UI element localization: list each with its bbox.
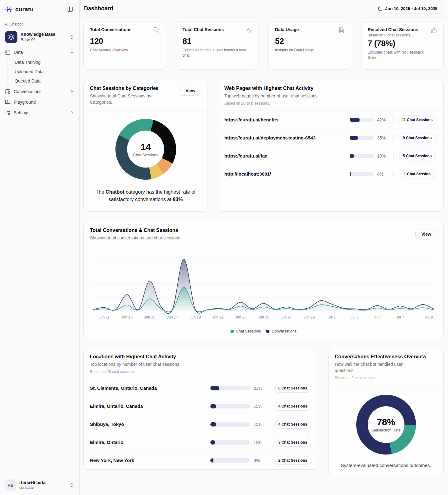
webpage-row-label: https://curatu.ai/faq xyxy=(224,153,268,158)
sidebar-item-conversations[interactable]: Conversations xyxy=(2,86,77,97)
app-logo: curatu xyxy=(5,6,34,13)
sidebar-item-label: Settings xyxy=(14,110,67,115)
knowledge-base-icon xyxy=(5,31,17,43)
svg-text:Jul 1: Jul 1 xyxy=(328,315,336,319)
chevron-down-icon xyxy=(70,50,74,55)
location-row: St. Clements, Ontario, Canada23%6 Chat S… xyxy=(84,379,318,397)
user-menu[interactable]: RB rbirla+5 birla curatu.ai xyxy=(2,478,77,493)
stat-title: Total Conversations xyxy=(90,27,132,32)
location-row-label: St. Clements, Ontario, Canada xyxy=(90,385,157,391)
svg-text:Jun 23: Jun 23 xyxy=(235,315,246,319)
percent-label: 15% xyxy=(254,404,266,409)
message-square-lock-icon xyxy=(5,89,11,94)
svg-text:Jul 3: Jul 3 xyxy=(351,315,359,319)
sidebar: curatu AI Chatbot Knowledge Base Base 01 xyxy=(0,0,80,495)
svg-text:Jun 29: Jun 29 xyxy=(303,315,315,319)
donut-center-label: Satisfaction Rate xyxy=(371,428,401,432)
locations-card: Locations with Highest Chat Activity Top… xyxy=(83,348,318,470)
stat-value: 81 xyxy=(183,36,252,46)
calendar-icon xyxy=(378,6,383,11)
stat-description: Chat Volume Overview. xyxy=(90,48,155,53)
location-row: Shibuya, Tokyo15%4 Chat Sessions xyxy=(84,415,318,433)
webpage-row-label: http://localhost:3001/ xyxy=(224,171,271,177)
sidebar-item-playground[interactable]: Playground xyxy=(2,97,77,107)
percent-label: 8% xyxy=(254,458,266,463)
card-title: Locations with Highest Chat Activity xyxy=(90,354,312,360)
trend-view-button[interactable]: View xyxy=(415,229,437,239)
svg-text:Jul 10: Jul 10 xyxy=(424,315,434,319)
stat-title: Data Usage xyxy=(275,27,299,32)
percent-label: 23% xyxy=(254,386,266,391)
chevrons-up-down-icon xyxy=(69,483,74,488)
card-subtitle: Showing total Chat Sessions by Categorie… xyxy=(90,93,168,106)
percent-label: 35% xyxy=(377,135,390,140)
progress-bar xyxy=(210,458,250,463)
sidebar-item-label: Playground xyxy=(14,100,74,105)
trend-area-chart: Jun 11Jun 13Jun 15Jun 17Jun 19Jun 21Jun … xyxy=(89,251,438,326)
stat-card-total-chat-sessions: Total Chat Sessions 81 Counts each time … xyxy=(176,21,259,70)
progress-bar-fill xyxy=(210,422,216,427)
location-row: Elmira, Ontario, Canada15%4 Chat Session… xyxy=(84,397,318,415)
stat-title: Resolved Chat Sessions xyxy=(368,27,418,32)
date-range-picker[interactable]: Jun 10, 2025 - Jul 10, 2025 xyxy=(374,4,442,13)
location-row: Elmira, Ontario12%3 Chat Sessions xyxy=(84,433,318,451)
legend-item-chat-sessions: Chat Sessions xyxy=(231,329,261,333)
layers-icon xyxy=(8,34,14,40)
svg-text:Jun 15: Jun 15 xyxy=(144,315,155,319)
percent-label: 42% xyxy=(377,117,390,122)
progress-bar xyxy=(210,386,250,390)
user-org: curatu.ai xyxy=(19,485,66,490)
chat-sessions-badge: 9 Chat Sessions xyxy=(399,134,436,142)
divider xyxy=(270,421,270,428)
divider xyxy=(393,171,394,177)
knowledge-base-selector[interactable]: Knowledge Base Base 01 xyxy=(2,29,77,45)
sidebar-item-data[interactable]: Data xyxy=(2,47,77,58)
sidebar-item-queued-data[interactable]: Queued Data xyxy=(13,76,77,86)
chat-sessions-badge: 5 Chat Sessions xyxy=(399,152,436,160)
effectiveness-donut-chart: 78% Satisfaction Rate xyxy=(356,395,416,455)
card-title: Conversations Effectiveness Overview xyxy=(335,354,437,360)
stat-value: 7 (78%) xyxy=(368,39,437,48)
sidebar-item-uploaded-data[interactable]: Uploaded Data xyxy=(13,67,77,76)
progress-bar-fill xyxy=(350,154,354,158)
progress-bar-fill xyxy=(210,458,213,463)
chat-sessions-badge: 4 Chat Sessions xyxy=(274,402,311,411)
chevrons-up-down-icon xyxy=(69,35,74,40)
card-title: Total Conversations & Chat Sessions xyxy=(90,228,181,233)
sidebar-item-data-training[interactable]: Data Training xyxy=(13,58,77,67)
webpage-row: https://curatu.ai/deployment-testing-654… xyxy=(218,129,443,147)
card-subtitle: Top locations by number of user chat ses… xyxy=(90,361,312,367)
progress-bar xyxy=(210,404,250,408)
percent-label: 12% xyxy=(254,440,266,445)
main-area: Dashboard Jun 10, 2025 - Jul 10, 2025 To… xyxy=(80,0,448,495)
card-basis: Based on 26 chat sessions. xyxy=(224,101,437,106)
categories-card: Chat Sessions by Categories Showing tota… xyxy=(83,80,208,212)
legend-label: Chat Sessions xyxy=(236,329,261,333)
sidebar-item-settings[interactable]: Settings xyxy=(2,107,77,118)
location-row-label: Shibuya, Tokyo xyxy=(90,422,124,427)
legend-swatch xyxy=(266,330,269,333)
sidebar-collapse-button[interactable] xyxy=(66,5,74,13)
stat-card-data-usage: Data Usage 52 Insights on Data Usage. xyxy=(268,21,351,70)
stat-description: Excludes chats with No Feedback Given. xyxy=(368,50,433,61)
categories-donut-chart: 14 Chat Sessions xyxy=(115,119,176,180)
card-title: Chat Sessions by Categories xyxy=(90,86,168,91)
svg-text:Jul 7: Jul 7 xyxy=(396,315,404,319)
webpage-row: http://localhost:3001/4%1 Chat Session xyxy=(218,165,443,183)
divider xyxy=(393,153,394,159)
trend-card: Total Conversations & Chat Sessions Show… xyxy=(83,222,444,338)
card-title: Web Pages with Highest Chat Activity xyxy=(224,86,437,91)
divider xyxy=(270,439,270,446)
svg-text:Jun 21: Jun 21 xyxy=(212,315,224,319)
divider xyxy=(393,116,394,123)
knowledge-base-name: Base 01 xyxy=(21,37,66,43)
chart-legend: Chat Sessions Conversations xyxy=(89,329,438,333)
logo-wordmark: curatu xyxy=(15,6,34,13)
sidebar-item-label: Conversations xyxy=(14,89,67,94)
sidebar-section-label: AI Chatbot xyxy=(0,16,79,29)
categories-view-button[interactable]: View xyxy=(180,86,201,96)
messages-icon xyxy=(153,27,160,33)
curatu-logo-icon xyxy=(5,6,13,13)
chat-sessions-badge: 6 Chat Sessions xyxy=(274,384,311,393)
progress-bar xyxy=(350,172,373,176)
